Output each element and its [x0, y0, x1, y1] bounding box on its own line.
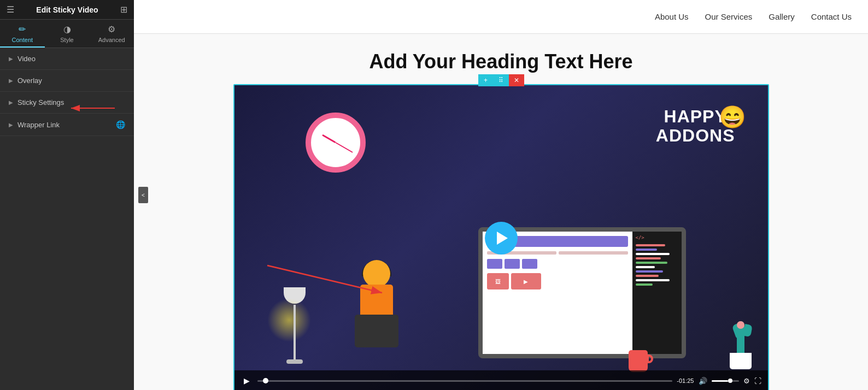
tab-style-label: Style — [60, 37, 73, 43]
cactus-flower — [737, 321, 744, 329]
nav-gallery[interactable]: Gallery — [769, 12, 795, 21]
tab-content-label: Content — [12, 37, 33, 43]
nav-contact[interactable]: Contact Us — [811, 12, 852, 21]
globe-icon: 🌐 — [116, 120, 125, 129]
section-video[interactable]: ▶ Video — [0, 48, 134, 70]
section-sticky-settings[interactable]: ▶ Sticky Settings — [0, 92, 134, 114]
sidebar-header: ☰ Edit Sticky Video ⊞ — [0, 0, 134, 20]
video-illustration: HAPPY ADDONS 😄 — [234, 85, 768, 390]
toolbar-close-btn[interactable]: ✕ — [509, 74, 524, 86]
sidebar: ☰ Edit Sticky Video ⊞ ✏ Content ◑ Style … — [0, 0, 134, 390]
page-heading: Add Your Heading Text Here — [369, 50, 632, 73]
toolbar-move-btn[interactable]: ⠿ — [494, 74, 509, 86]
tab-advanced-label: Advanced — [98, 37, 125, 43]
code-line-1 — [636, 244, 666, 246]
top-navbar: About Us Our Services Gallery Contact Us — [134, 0, 868, 34]
play-ctrl-btn[interactable]: ▶ — [241, 375, 253, 387]
code-line-10 — [636, 283, 653, 286]
person-chair — [355, 315, 398, 347]
cactus-pot — [730, 353, 752, 369]
lamp-base — [286, 359, 303, 364]
main-content: About Us Our Services Gallery Contact Us… — [134, 0, 868, 390]
tab-advanced[interactable]: ⚙ Advanced — [89, 20, 134, 48]
monitor-row-2 — [487, 259, 628, 269]
code-line-9 — [636, 279, 670, 281]
section-wrapper-label: Wrapper Link — [17, 121, 60, 129]
section-overlay[interactable]: ▶ Overlay — [0, 70, 134, 92]
clock-minute-hand — [335, 142, 353, 153]
volume-bar[interactable] — [712, 380, 739, 382]
monitor-block-2 — [505, 259, 520, 269]
section-video-label: Video — [17, 55, 36, 63]
fullscreen-icon[interactable]: ⛶ — [754, 377, 761, 385]
video-time: -01:25 — [677, 377, 694, 384]
monitor-line-2 — [559, 251, 628, 255]
toolbar-add-btn[interactable]: + — [478, 74, 494, 86]
play-button[interactable] — [485, 222, 518, 255]
video-controls: ▶ -01:25 🔊 ⚙ ⛶ — [234, 370, 768, 390]
section-sticky-label: Sticky Settings — [17, 98, 64, 107]
lamp-glow — [267, 298, 311, 342]
sidebar-title: Edit Sticky Video — [36, 5, 98, 14]
hamburger-icon[interactable]: ☰ — [7, 4, 14, 15]
chevron-wrapper: ▶ — [9, 122, 13, 128]
settings-icon[interactable]: ⚙ — [743, 377, 750, 385]
page-content: Add Your Heading Text Here + ⠿ ✕ ▣ ✏ — [134, 34, 868, 390]
progress-bar[interactable] — [257, 380, 673, 382]
code-line-3 — [636, 253, 670, 255]
ha-logo-emoji: 😄 — [719, 104, 746, 130]
code-line-8 — [636, 275, 659, 277]
monitor-row-3: 🖼 ▶ — [487, 273, 628, 289]
section-overlay-label: Overlay — [17, 76, 42, 85]
grid-icon[interactable]: ⊞ — [120, 4, 127, 15]
monitor-block-1 — [487, 259, 502, 269]
video-wrapper: + ⠿ ✕ ▣ ✏ HAPPY ADDON — [233, 84, 769, 390]
volume-dot — [728, 379, 732, 383]
monitor-card-1: 🖼 — [487, 273, 509, 289]
person-head — [363, 260, 390, 287]
style-icon: ◑ — [63, 24, 71, 34]
video-toolbar: + ⠿ ✕ — [478, 74, 524, 86]
cactus — [724, 315, 757, 369]
clock-hour-hand — [322, 134, 336, 144]
code-line-6 — [636, 266, 655, 268]
pencil-icon: ✏ — [19, 24, 26, 34]
code-line-2 — [636, 249, 657, 251]
nav-about[interactable]: About Us — [655, 12, 689, 21]
volume-icon[interactable]: 🔊 — [699, 377, 707, 385]
monitor-card-2: ▶ — [511, 273, 541, 289]
section-wrapper-link[interactable]: ▶ Wrapper Link 🌐 — [0, 114, 134, 136]
coffee-mug — [629, 350, 648, 372]
tab-style[interactable]: ◑ Style — [45, 20, 90, 48]
nav-links: About Us Our Services Gallery Contact Us — [655, 12, 852, 21]
clock — [306, 113, 366, 173]
play-triangle — [497, 232, 508, 245]
nav-services[interactable]: Our Services — [705, 12, 753, 21]
chevron-sticky: ▶ — [9, 99, 13, 105]
lamp — [278, 287, 311, 364]
chevron-overlay: ▶ — [9, 78, 13, 84]
advanced-icon: ⚙ — [108, 24, 115, 34]
chevron-video: ▶ — [9, 56, 13, 62]
sidebar-tabs: ✏ Content ◑ Style ⚙ Advanced — [0, 20, 134, 48]
monitor-block-3 — [522, 259, 537, 269]
ha-logo: HAPPY ADDONS 😄 — [656, 107, 735, 145]
mug-handle — [647, 354, 653, 363]
lamp-pole — [294, 305, 296, 359]
tab-content[interactable]: ✏ Content — [0, 20, 45, 48]
progress-dot — [263, 378, 268, 383]
volume-fill — [712, 380, 728, 382]
monitor-right: </> — [632, 232, 682, 354]
cactus-body — [737, 321, 744, 354]
code-line-7 — [636, 270, 664, 273]
sidebar-collapse-btn[interactable]: < — [138, 187, 148, 203]
person — [344, 260, 409, 369]
code-line-4 — [636, 257, 661, 259]
code-line-5 — [636, 262, 668, 264]
